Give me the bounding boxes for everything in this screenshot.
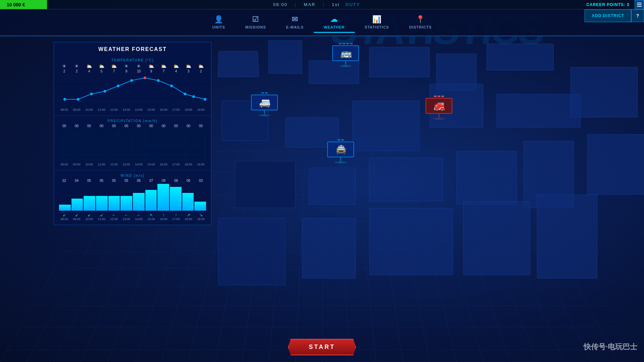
top-right-controls: ADD DISTRICT ? xyxy=(585,9,644,22)
vehicle-indicator-2 xyxy=(261,92,268,94)
temp-time-11: 19:00 xyxy=(195,108,207,111)
time-display: 08:00 | MAR | 1st DUTY xyxy=(47,2,586,7)
start-button[interactable]: START xyxy=(288,339,356,355)
wind-bar-2 xyxy=(84,196,95,211)
vehicle-tail-1 xyxy=(345,61,346,65)
wind-section: WIND [m/s] 02 04 05 05 05 05 06 07 09 08… xyxy=(54,170,211,225)
temp-time-10: 18:00 xyxy=(182,108,195,111)
top-bar: 10 000 € 08:00 | MAR | 1st DUTY CAREER P… xyxy=(0,0,644,9)
temp-time-9: 17:00 xyxy=(170,108,182,111)
temp-time-6: 14:00 xyxy=(133,108,145,111)
wind-bar-7 xyxy=(145,190,157,211)
temp-time-4: 12:00 xyxy=(108,108,120,111)
wind-bar-5 xyxy=(120,196,132,211)
nav-weather-label: WEATHER xyxy=(324,25,345,29)
nav-missions[interactable]: ☑ MISSIONS xyxy=(235,12,276,33)
temp-times-row: 08:00 09:00 10:00 11:00 12:00 13:00 14:0… xyxy=(58,108,207,111)
career-points: CAREER POINTS: 0 xyxy=(586,2,630,7)
duty-label: DUTY xyxy=(346,2,360,7)
weather-icon-0: ☀ xyxy=(58,63,70,69)
vehicle-ambulance-1[interactable]: 🚌 xyxy=(332,43,359,67)
wind-arrow-3: ↙ xyxy=(95,213,108,217)
vehicle-tail-2 xyxy=(264,110,265,114)
temp-time-8: 16:00 xyxy=(157,108,170,111)
vehicle-glow-2 xyxy=(258,114,271,116)
districts-icon: 📍 xyxy=(416,15,425,24)
nav-emails-label: E-MAILS xyxy=(286,25,304,29)
wind-arrow-5: ← xyxy=(120,213,133,217)
menu-button[interactable] xyxy=(635,0,644,9)
statistics-icon: 📊 xyxy=(372,15,382,24)
wind-bar-9 xyxy=(170,187,182,211)
temp-time-0: 08:00 xyxy=(58,108,70,111)
add-district-button[interactable]: ADD DISTRICT xyxy=(585,9,631,22)
temp-time-1: 09:00 xyxy=(70,108,83,111)
nav-weather[interactable]: ☁ WEATHER xyxy=(314,12,355,33)
temp-val-6: 10 xyxy=(133,69,145,73)
temp-val-4: 7 xyxy=(108,69,120,73)
weather-icon-4: ⛅ xyxy=(108,63,120,69)
vehicle-indicator-3 xyxy=(434,96,444,97)
vehicle-firetruck[interactable]: 🚒 xyxy=(426,96,452,120)
temp-time-5: 13:00 xyxy=(120,108,133,111)
weather-icon-1: ☀ xyxy=(70,63,83,69)
nav-emails[interactable]: ✉ E-MAILS xyxy=(276,12,314,33)
wind-arrow-6: ← xyxy=(133,213,145,217)
nav-districts[interactable]: 📍 DISTRICTS xyxy=(399,12,442,33)
wind-times-row: 08:00 09:00 10:00 11:00 12:00 13:00 14:0… xyxy=(58,217,207,221)
temp-val-1: 2 xyxy=(70,69,83,73)
temp-val-8: 7 xyxy=(157,69,170,73)
precipitation-section: PRECIPITATION [mm/h] 00 00 00 00 00 00 0… xyxy=(54,116,211,170)
weather-icon-8: ⛅ xyxy=(157,63,170,69)
wind-arrow-9: ↑ xyxy=(170,213,182,217)
temp-val-9: 4 xyxy=(170,69,182,73)
wind-arrow-11: ↘ xyxy=(195,213,207,217)
vehicle-box-3[interactable]: 🚒 xyxy=(426,98,452,114)
temp-label: TEMPERATURE [°C] xyxy=(58,56,207,63)
weather-icon-9: ⛅ xyxy=(170,63,182,69)
weather-icon-5: ☀ xyxy=(120,63,133,69)
vehicle-glow-1 xyxy=(339,65,352,67)
vehicle-indicator-1 xyxy=(339,43,353,44)
help-button[interactable]: ? xyxy=(631,9,644,22)
weather-icon-3: ⛅ xyxy=(95,63,108,69)
weather-icon-7: ⛅ xyxy=(145,63,157,69)
vehicle-glow-4 xyxy=(334,161,347,163)
van-icon: 🚐 xyxy=(253,97,277,108)
temp-values-row: 2 2 4 5 7 9 10 9 7 4 3 2 xyxy=(58,69,207,73)
vehicle-police[interactable]: 🚔 xyxy=(327,139,354,163)
temp-time-3: 11:00 xyxy=(95,108,108,111)
weather-icon-10: ⛅ xyxy=(182,63,195,69)
ambulance-icon: 🚌 xyxy=(334,47,358,59)
wind-arrow-10: ↗ xyxy=(182,213,195,217)
emails-icon: ✉ xyxy=(292,15,298,24)
vehicle-box-2[interactable]: 🚐 xyxy=(251,95,278,110)
nav-statistics-label: STATISTICS xyxy=(365,25,389,29)
weather-icon-6: ☀ xyxy=(133,63,145,69)
nav-districts-label: DISTRICTS xyxy=(409,25,432,29)
weather-panel: WEATHER FORECAST TEMPERATURE [°C] ☀ ☀ ⛅ … xyxy=(54,42,211,225)
nav-units[interactable]: 👤 UNITS xyxy=(202,12,235,33)
units-icon: 👤 xyxy=(214,15,224,24)
wind-arrow-2: ↙ xyxy=(83,213,95,217)
vehicle-van-1[interactable]: 🚐 xyxy=(251,92,278,116)
temp-val-11: 2 xyxy=(195,69,207,73)
temp-val-10: 3 xyxy=(182,69,195,73)
vehicle-tail-3 xyxy=(439,114,439,118)
wind-bar-8 xyxy=(157,184,169,211)
vehicle-glow-3 xyxy=(432,118,446,120)
wind-bar-3 xyxy=(96,196,108,211)
wind-arrow-1: ↙ xyxy=(70,213,83,217)
precip-times-row: 08:00 09:00 10:00 11:00 12:00 13:00 14:0… xyxy=(58,163,207,166)
vehicle-box-4[interactable]: 🚔 xyxy=(327,142,354,157)
wind-bar-4 xyxy=(108,196,120,211)
vehicle-indicator-4 xyxy=(338,139,344,141)
wind-chart xyxy=(58,184,207,211)
nav-statistics[interactable]: 📊 STATISTICS xyxy=(355,12,399,33)
nav-units-label: UNITS xyxy=(212,25,225,29)
wind-values-row: 02 04 05 05 05 05 06 07 09 08 06 03 xyxy=(58,179,207,183)
wind-bar-6 xyxy=(133,193,145,211)
temp-val-0: 2 xyxy=(58,69,70,73)
temp-val-3: 5 xyxy=(95,69,108,73)
vehicle-box-1[interactable]: 🚌 xyxy=(332,45,359,61)
